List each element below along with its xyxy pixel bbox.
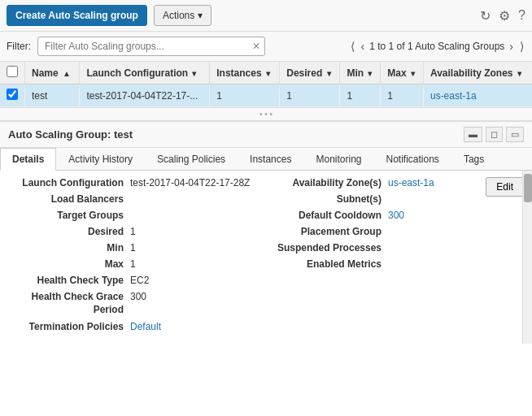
field-value-health-check-grace: 300: [130, 291, 146, 302]
col-instances-header[interactable]: Instances ▾: [210, 62, 280, 84]
actions-label: Actions: [163, 10, 194, 21]
first-page-button[interactable]: ⟨: [349, 40, 356, 53]
tab-details[interactable]: Details: [0, 148, 56, 171]
field-label-health-check-type: Health Check Type: [16, 275, 130, 286]
asg-table-container: Name ▲ Launch Configuration ▾ Instances …: [0, 62, 532, 108]
tab-instances[interactable]: Instances: [238, 148, 303, 170]
field-label-max: Max: [16, 258, 130, 270]
refresh-icon[interactable]: ↻: [480, 8, 491, 24]
field-subnets: Subnet(s): [274, 193, 516, 205]
field-value-launch-config: test-2017-04-04T22-17-28Z: [130, 177, 250, 188]
tab-notifications[interactable]: Notifications: [374, 148, 451, 170]
detail-panel: Auto Scaling Group: test ▬ ◻ ▭ Details A…: [0, 121, 532, 344]
row-max: 1: [381, 84, 424, 107]
col-min-header[interactable]: Min ▾: [340, 62, 381, 84]
create-asg-button[interactable]: Create Auto Scaling group: [7, 5, 147, 26]
col-launch-config-header[interactable]: Launch Configuration ▾: [80, 62, 210, 84]
row-instances: 1: [210, 84, 280, 107]
field-health-check-type: Health Check Type EC2: [16, 275, 258, 286]
toolbar-icons: ↻ ⚙ ?: [480, 8, 525, 24]
tab-scaling-policies[interactable]: Scaling Policies: [145, 148, 238, 170]
row-az: us-east-1a: [423, 84, 532, 107]
col-desired-header[interactable]: Desired ▾: [280, 62, 340, 84]
filter-bar: Filter: ✕ ⟨ ‹ 1 to 1 of 1 Auto Scaling G…: [0, 32, 532, 62]
field-health-check-grace: Health Check GracePeriod 300: [16, 291, 258, 316]
col-name-header[interactable]: Name ▲: [25, 62, 80, 84]
asg-table: Name ▲ Launch Configuration ▾ Instances …: [0, 62, 532, 107]
table-row[interactable]: test test-2017-04-04T22-17-... 1 1 1 1 u…: [0, 84, 532, 107]
field-value-az[interactable]: us-east-1a: [388, 177, 434, 188]
panel-expand-icon[interactable]: ▭: [506, 127, 524, 142]
detail-title: Auto Scaling Group: test: [8, 128, 133, 141]
resize-handle[interactable]: • • •: [0, 108, 532, 121]
last-page-button[interactable]: ⟩: [518, 40, 525, 53]
field-label-health-check-grace: Health Check GracePeriod: [16, 291, 130, 316]
edit-button[interactable]: Edit: [486, 177, 524, 197]
detail-content: Edit Launch Configuration test-2017-04-0…: [0, 171, 532, 344]
filter-label: Filter:: [7, 41, 31, 52]
panel-controls: ▬ ◻ ▭: [464, 127, 524, 142]
field-label-suspended-processes: Suspended Processes: [274, 242, 388, 254]
actions-chevron-icon: ▾: [198, 10, 203, 21]
field-label-load-balancers: Load Balancers: [16, 193, 130, 205]
panel-restore-icon[interactable]: ◻: [486, 127, 503, 142]
detail-left-section: Launch Configuration test-2017-04-04T22-…: [8, 177, 266, 337]
row-desired: 1: [280, 84, 340, 107]
field-load-balancers: Load Balancers: [16, 193, 258, 205]
filter-clear-icon[interactable]: ✕: [252, 41, 260, 52]
tab-activity-history[interactable]: Activity History: [56, 148, 145, 170]
field-value-termination-policies[interactable]: Default: [130, 321, 161, 332]
field-placement-group: Placement Group: [274, 226, 516, 237]
field-suspended-processes: Suspended Processes: [274, 242, 516, 254]
col-check-header[interactable]: [0, 62, 25, 84]
field-max: Max 1: [16, 258, 258, 270]
field-label-min: Min: [16, 242, 130, 254]
toolbar: Create Auto Scaling group Actions ▾ ↻ ⚙ …: [0, 0, 532, 32]
field-value-default-cooldown[interactable]: 300: [388, 210, 404, 221]
field-label-launch-config: Launch Configuration: [16, 177, 130, 188]
field-launch-config: Launch Configuration test-2017-04-04T22-…: [16, 177, 258, 188]
pagination: ⟨ ‹ 1 to 1 of 1 Auto Scaling Groups › ⟩: [349, 40, 525, 53]
col-az-header[interactable]: Availability Zones ▾: [423, 62, 532, 84]
field-az: Availability Zone(s) us-east-1a: [274, 177, 516, 188]
help-icon[interactable]: ?: [518, 8, 525, 23]
field-enabled-metrics: Enabled Metrics: [274, 258, 516, 270]
detail-right-section: Availability Zone(s) us-east-1a Subnet(s…: [266, 177, 524, 337]
panel-minimize-icon[interactable]: ▬: [464, 127, 482, 142]
field-target-groups: Target Groups: [16, 210, 258, 221]
field-desired: Desired 1: [16, 226, 258, 237]
field-label-az: Availability Zone(s): [274, 177, 388, 188]
filter-input[interactable]: [37, 37, 265, 56]
field-label-enabled-metrics: Enabled Metrics: [274, 258, 388, 270]
col-max-header[interactable]: Max ▾: [381, 62, 424, 84]
field-value-min: 1: [130, 242, 136, 254]
filter-input-wrap: ✕: [37, 37, 265, 56]
actions-button[interactable]: Actions ▾: [154, 5, 211, 26]
row-checkbox[interactable]: [7, 89, 18, 100]
field-label-subnets: Subnet(s): [274, 193, 388, 205]
field-value-desired: 1: [130, 226, 136, 237]
field-value-health-check-type: EC2: [130, 275, 149, 286]
field-termination-policies: Termination Policies Default: [16, 321, 258, 332]
settings-icon[interactable]: ⚙: [499, 8, 510, 24]
page-info: 1 to 1 of 1 Auto Scaling Groups: [369, 41, 504, 52]
field-label-default-cooldown: Default Cooldown: [274, 210, 388, 221]
prev-page-button[interactable]: ‹: [360, 40, 367, 53]
select-all-checkbox[interactable]: [7, 66, 18, 77]
field-value-max: 1: [130, 258, 136, 270]
tab-monitoring[interactable]: Monitoring: [303, 148, 373, 170]
row-name: test: [25, 84, 80, 107]
field-min: Min 1: [16, 242, 258, 254]
row-min: 1: [340, 84, 381, 107]
scrollbar[interactable]: [522, 171, 532, 344]
row-checkbox-cell[interactable]: [0, 84, 25, 107]
field-label-desired: Desired: [16, 226, 130, 237]
detail-header: Auto Scaling Group: test ▬ ◻ ▭: [0, 122, 532, 148]
field-label-termination-policies: Termination Policies: [16, 321, 130, 332]
detail-fields-grid: Launch Configuration test-2017-04-04T22-…: [8, 177, 524, 337]
tab-tags[interactable]: Tags: [451, 148, 496, 170]
next-page-button[interactable]: ›: [508, 40, 515, 53]
field-label-placement-group: Placement Group: [274, 226, 388, 237]
row-launch-config: test-2017-04-04T22-17-...: [80, 84, 210, 107]
field-label-target-groups: Target Groups: [16, 210, 130, 221]
